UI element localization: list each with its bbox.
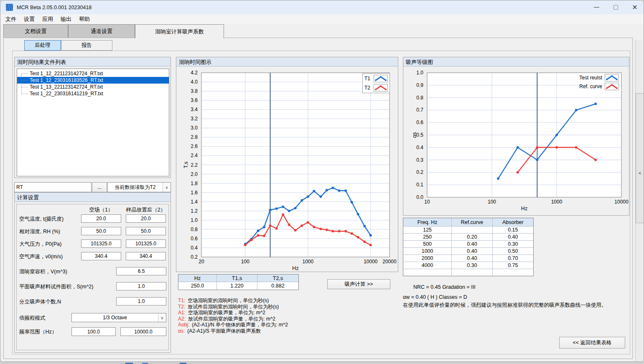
svg-text:3.0: 3.0 xyxy=(191,125,198,131)
menu-bar: 文件 设置 应用 输出 帮助 xyxy=(0,14,644,24)
svg-text:1000: 1000 xyxy=(551,199,563,205)
air-temp-field-1[interactable] xyxy=(81,214,121,223)
svg-text:Hz: Hz xyxy=(292,265,298,271)
svg-text:3.8: 3.8 xyxy=(191,88,198,94)
svg-text:0.4: 0.4 xyxy=(416,145,423,150)
sound-speed-field-1[interactable] xyxy=(81,252,121,260)
svg-text:3.4: 3.4 xyxy=(191,107,198,112)
note-t1: T1:空场混响室的混响时间，单位为秒(s) xyxy=(178,298,288,304)
maximize-button[interactable] xyxy=(606,0,625,14)
file-item[interactable]: Test 1_22_230316141219_RT.txt xyxy=(17,90,169,97)
hint-text: 在使用此单值评价量的时候，强烈建议与按照标准获得的完整的吸声系数曲线一块使用。 xyxy=(403,302,607,309)
grade-table-row: 125 0.15 xyxy=(403,227,533,234)
room-volume-label: 混响室容积，V(m^3) xyxy=(19,268,67,275)
tree-branch-icon xyxy=(21,74,28,74)
sound-speed-field-2[interactable] xyxy=(126,252,166,260)
legend-entry-ref-curve: Ref. curve xyxy=(565,83,619,90)
minimize-button[interactable] xyxy=(587,0,606,14)
t1-curve-icon xyxy=(374,75,388,82)
app-icon xyxy=(6,4,13,11)
tree-branch-icon xyxy=(21,94,28,94)
grade-table-empty-row xyxy=(403,269,533,276)
subtab-report[interactable]: 报告 xyxy=(61,40,112,51)
svg-text:0.0: 0.0 xyxy=(416,194,423,200)
grade-table: Freq. Hz Ref.curve Absorber 125 0.15 250… xyxy=(403,218,534,276)
note-as: αs:(A2-A1)/S 平面吸声体的吸声系数 xyxy=(178,328,288,334)
menu-item-file[interactable]: 文件 xyxy=(2,15,20,24)
menu-item-help[interactable]: 帮助 xyxy=(75,15,94,24)
absorber-count-field[interactable] xyxy=(116,297,166,305)
svg-text:100: 100 xyxy=(488,199,496,205)
absorber-count-label: 分立吸声体个数,N xyxy=(19,298,61,305)
freq-range-to-field[interactable] xyxy=(120,327,166,336)
data-read-combo-value: 当前数据读取为T2 xyxy=(108,184,163,191)
tab-document-settings[interactable]: 文档设置 xyxy=(3,24,68,38)
file-list[interactable]: Test 1_12_221123142724_RT.txt Test 1_12_… xyxy=(17,69,169,176)
pressure-field-1[interactable] xyxy=(81,239,121,248)
pressure-field-2[interactable] xyxy=(126,239,166,248)
rt-name-input[interactable] xyxy=(14,182,92,192)
tree-branch-icon xyxy=(21,80,28,81)
file-item[interactable]: Test 1_12_221123142724_RT.txt xyxy=(17,70,169,77)
chevron-down-icon: ∨ xyxy=(163,183,171,192)
subtab-postprocess[interactable]: 后处理 xyxy=(24,40,61,51)
svg-text:3.2: 3.2 xyxy=(191,116,198,122)
menu-item-output[interactable]: 输出 xyxy=(57,15,75,24)
note-aobj: Aobj:(A2-A1)/N 单个物体的吸声量，单位为: m^2 xyxy=(178,322,288,328)
svg-text:0.6: 0.6 xyxy=(416,120,423,125)
return-results-button[interactable]: << 返回结果表格 xyxy=(559,337,625,349)
rt-chart-legend: T1 T2 xyxy=(362,73,390,93)
file-list-panel-title: 混时间结果文件列表 xyxy=(15,57,171,66)
data-read-combo[interactable]: 当前数据读取为T2 ∨ xyxy=(107,182,171,192)
svg-text:20: 20 xyxy=(199,259,204,265)
room-volume-field[interactable] xyxy=(116,267,166,275)
t2-curve-icon xyxy=(374,84,388,92)
title-bar: MCR Beta 2.05.0.001 20230418 xyxy=(0,0,644,14)
legend-entry-test-result: Test reulst xyxy=(565,74,619,81)
humidity-field-2[interactable] xyxy=(126,227,166,235)
chevron-left-icon: < xyxy=(639,171,641,176)
tab-channel-settings[interactable]: 通道设置 xyxy=(68,24,135,38)
svg-text:0.2: 0.2 xyxy=(191,254,198,260)
air-temp-field-2[interactable] xyxy=(126,214,166,223)
svg-text:4.0: 4.0 xyxy=(191,79,198,85)
rt-chart[interactable]: 0.20.40.60.81.01.21.41.61.82.02.22.42.62… xyxy=(176,66,399,272)
menu-item-apply[interactable]: 应用 xyxy=(38,15,57,24)
grade-table-row: 500 0.40 0.30 xyxy=(403,241,533,248)
collapse-handle[interactable]: < xyxy=(636,93,644,223)
svg-text:0.8: 0.8 xyxy=(416,95,423,101)
sample-area-field[interactable] xyxy=(116,282,166,290)
legend-entry-t2: T2 xyxy=(364,84,388,92)
pressure-label: 大气压力，P0(Pa) xyxy=(19,241,61,248)
freq-range-from-field[interactable] xyxy=(71,327,116,336)
octave-mode-combo[interactable]: 1/3 Octave ∨ xyxy=(71,313,166,322)
humidity-field-1[interactable] xyxy=(81,227,121,235)
menu-item-settings[interactable]: 设置 xyxy=(20,15,38,24)
svg-text:2.0: 2.0 xyxy=(191,171,198,177)
grade-table-row: 1000 0.40 0.50 xyxy=(403,248,533,255)
col-header-empty-room: 空场（1） xyxy=(81,206,121,214)
svg-text:4.2: 4.2 xyxy=(191,70,198,76)
tab-reverb-absorption[interactable]: 混响室计算吸声系数 xyxy=(135,24,224,38)
grade-table-header: Freq. Hz Ref.curve Absorber xyxy=(403,218,533,227)
screen: MCR Beta 2.05.0.001 20230418 ✕ 文件 设置 应用 … xyxy=(0,0,644,364)
freq-range-label: 频率范围（Hz） xyxy=(19,328,57,336)
note-a2: A2:放试件后混响室的吸声量，单位为: m^2 xyxy=(178,316,288,322)
sound-speed-label: 空气声速，v0(m/s) xyxy=(19,253,63,260)
svg-text:0.3: 0.3 xyxy=(416,157,423,163)
grade-chart-panel-title: 吸声等级图 xyxy=(403,57,629,66)
svg-text:1.6: 1.6 xyxy=(191,190,198,196)
aw-text: αw = 0.40 ( H ) Classes = D xyxy=(403,294,467,300)
nrc-text: NRC = 0.45 Gradation = III xyxy=(413,284,476,290)
browse-button[interactable]: ... xyxy=(92,182,107,192)
humidity-label: 相对湿度, RH (%) xyxy=(19,228,60,235)
svg-text:1000: 1000 xyxy=(302,259,313,265)
absorb-calc-button[interactable]: 吸声计算 >> xyxy=(327,279,390,289)
close-button[interactable]: ✕ xyxy=(625,0,644,14)
sample-area-label: 平面吸声材料试件面积，S(m^2) xyxy=(19,283,93,290)
file-item-selected[interactable]: Test 1_12_230316183526_RT.txt xyxy=(17,77,169,84)
svg-text:2.4: 2.4 xyxy=(191,153,198,158)
grade-table-row: 2000 0.40 0.70 xyxy=(403,255,533,262)
file-item[interactable]: Test 1_13_221123142724_RT.txt xyxy=(17,84,169,90)
ref-curve-icon xyxy=(605,83,619,90)
